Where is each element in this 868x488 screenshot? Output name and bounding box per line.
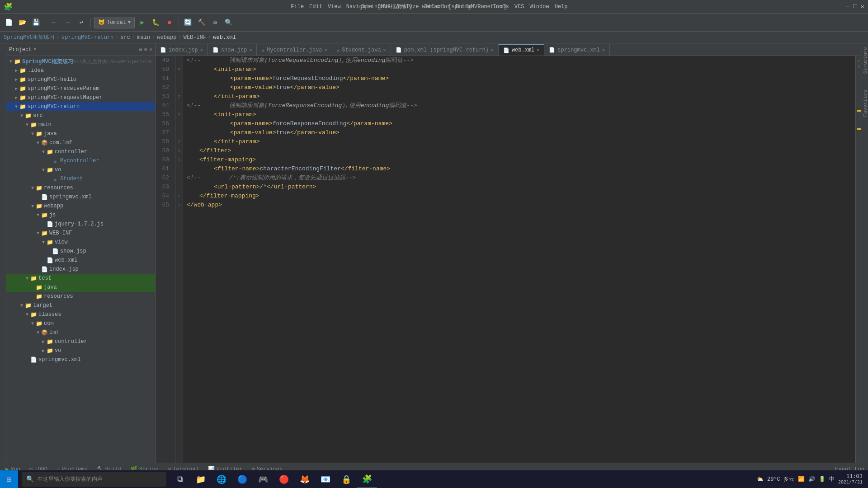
tree-student[interactable]: ▶ ☕ Student bbox=[6, 174, 155, 183]
settings-button[interactable]: ⚙ bbox=[209, 17, 221, 28]
fold-65[interactable]: ▽ bbox=[176, 201, 183, 210]
tree-idea[interactable]: ▶ 📁 .idea bbox=[6, 66, 155, 75]
tree-controller[interactable]: ▼ 📁 controller bbox=[6, 147, 155, 156]
code-editor[interactable]: <!-- 强制请求对象(forceRequestEncoding),使用enco… bbox=[183, 56, 855, 463]
tree-classes[interactable]: ▼ 📁 classes bbox=[6, 310, 155, 319]
taskbar-intellij[interactable]: 🧩 bbox=[357, 470, 377, 488]
forward-button[interactable]: → bbox=[62, 17, 74, 28]
tree-resources[interactable]: ▼ 📁 resources bbox=[6, 183, 155, 192]
close-panel-icon[interactable]: ✕ bbox=[149, 46, 152, 53]
breadcrumb-webinf[interactable]: WEB-INF bbox=[184, 34, 206, 41]
taskbar-app1[interactable]: 🎮 bbox=[253, 470, 273, 488]
fold-60[interactable]: ▽ bbox=[176, 155, 183, 164]
breadcrumb-src[interactable]: src bbox=[120, 34, 130, 41]
favorites-label[interactable]: Favorites bbox=[863, 86, 868, 120]
tab-pomxml-close[interactable]: ✕ bbox=[491, 47, 494, 53]
tree-webinf[interactable]: ▼ 📁 WEB-INF bbox=[6, 229, 155, 238]
tab-pomxml[interactable]: 📄 pom.xml (springMVC-return) ✕ bbox=[391, 44, 499, 56]
tree-test-java[interactable]: ▶ 📁 java bbox=[6, 283, 155, 292]
menu-vcs[interactable]: VCS bbox=[514, 4, 524, 10]
tab-webxml-close[interactable]: ✕ bbox=[537, 47, 539, 53]
tree-root[interactable]: ▼ 📁 SpringMVC框架练习 D:\私人文件夹\JavaProjects\… bbox=[6, 57, 155, 66]
fold-50[interactable]: ▽ bbox=[176, 65, 183, 74]
close-button[interactable]: ✕ bbox=[861, 3, 864, 10]
tree-vo[interactable]: ▼ 📁 vo bbox=[6, 165, 155, 174]
volume-icon[interactable]: 🔊 bbox=[808, 476, 815, 483]
undo-button[interactable]: ↩ bbox=[75, 17, 87, 28]
tree-springmvc-return[interactable]: ▼ 📁 springMVC-return bbox=[6, 102, 155, 111]
taskbar-app2[interactable]: 🔴 bbox=[274, 470, 294, 488]
tree-view[interactable]: ▼ 📁 view bbox=[6, 238, 155, 247]
tree-springmvcxml[interactable]: ▶ 📄 springmvc.xml bbox=[6, 192, 155, 202]
tomcat-run-config[interactable]: 🐱 Tomcat ▼ bbox=[94, 17, 135, 28]
tree-target[interactable]: ▼ 📁 target bbox=[6, 301, 155, 310]
fold-59[interactable]: ▽ bbox=[176, 146, 183, 155]
tree-lmf[interactable]: ▼ 📦 lmf bbox=[6, 328, 155, 337]
tree-src[interactable]: ▼ 📁 src bbox=[6, 111, 155, 120]
tab-student[interactable]: ☕ Student.java ✕ bbox=[332, 44, 391, 56]
tree-java[interactable]: ▼ 📁 java bbox=[6, 129, 155, 138]
maximize-button[interactable]: □ bbox=[853, 3, 857, 10]
tab-student-close[interactable]: ✕ bbox=[383, 47, 386, 53]
breadcrumb-module[interactable]: springMVC-return bbox=[61, 34, 113, 41]
menu-window[interactable]: Window bbox=[529, 4, 549, 10]
tree-test-resources[interactable]: ▶ 📁 resources bbox=[6, 292, 155, 301]
tab-showjsp[interactable]: 📄 show.jsp ✕ bbox=[208, 44, 257, 56]
run-button[interactable]: ▶ bbox=[137, 17, 148, 28]
fold-64[interactable]: ▽ bbox=[176, 192, 183, 201]
network-icon[interactable]: 📶 bbox=[798, 476, 805, 483]
structure-label[interactable]: Structure bbox=[863, 43, 868, 77]
open-button[interactable]: 📂 bbox=[16, 17, 28, 28]
tree-classes-vo[interactable]: ▶ 📁 vo bbox=[6, 346, 155, 355]
sync-button[interactable]: 🔄 bbox=[182, 17, 194, 28]
menu-help[interactable]: Help bbox=[555, 4, 568, 10]
ime-icon[interactable]: 中 bbox=[829, 475, 835, 483]
breadcrumb-main[interactable]: main bbox=[137, 34, 150, 41]
taskbar-task-view[interactable]: ⧉ bbox=[170, 470, 190, 488]
minimize-button[interactable]: ─ bbox=[846, 3, 849, 10]
tab-indexjsp-close[interactable]: ✕ bbox=[200, 47, 203, 53]
debug-button[interactable]: 🐛 bbox=[150, 17, 162, 28]
tree-js[interactable]: ▼ 📁 js bbox=[6, 211, 155, 220]
tab-showjsp-close[interactable]: ✕ bbox=[249, 47, 252, 53]
tree-springmvc-requestmapper[interactable]: ▶ 📁 springMVC-requestMapper bbox=[6, 93, 155, 102]
tab-indexjsp[interactable]: 📄 index.jsp ✕ bbox=[156, 44, 208, 56]
tree-classes-controller[interactable]: ▶ 📁 controller bbox=[6, 337, 155, 346]
breadcrumb-webxml[interactable]: web.xml bbox=[213, 34, 236, 41]
tree-jquery[interactable]: ▶ 📄 jquery-1.7.2.js bbox=[6, 220, 155, 229]
tree-main[interactable]: ▼ 📁 main bbox=[6, 120, 155, 129]
breadcrumb-project[interactable]: SpringMVC框架练习 bbox=[4, 33, 55, 41]
dropdown-icon[interactable]: ▼ bbox=[33, 47, 36, 52]
tree-indexjsp[interactable]: ▶ 📄 index.jsp bbox=[6, 265, 155, 274]
fold-53[interactable]: ▽ bbox=[176, 92, 183, 101]
taskbar-app3[interactable]: 🦊 bbox=[295, 470, 315, 488]
menu-edit[interactable]: Edit bbox=[309, 4, 322, 10]
tree-showjsp[interactable]: ▶ 📄 show.jsp bbox=[6, 247, 155, 256]
tree-springmvc-hello[interactable]: ▶ 📁 springMVC-hello bbox=[6, 75, 155, 84]
tree-webapp[interactable]: ▼ 📁 webapp bbox=[6, 202, 155, 211]
tab-springmvcxml[interactable]: 📄 springmvc.xml ✕ bbox=[544, 44, 610, 56]
tree-target-springmvcxml[interactable]: ▶ 📄 springmvc.xml bbox=[6, 355, 155, 364]
save-button[interactable]: 💾 bbox=[30, 17, 42, 28]
breadcrumb-webapp[interactable]: webapp bbox=[157, 34, 176, 41]
settings-icon[interactable]: ⚙ bbox=[144, 46, 147, 53]
taskbar-explorer[interactable]: 📁 bbox=[191, 470, 211, 488]
collapse-all-icon[interactable]: ⊟ bbox=[139, 46, 142, 53]
taskbar-chrome[interactable]: 🔵 bbox=[232, 470, 252, 488]
tab-webxml[interactable]: 📄 web.xml ✕ bbox=[499, 44, 544, 56]
stop-button[interactable]: ■ bbox=[164, 17, 175, 28]
new-file-button[interactable]: 📄 bbox=[3, 17, 14, 28]
tree-com[interactable]: ▼ 📁 com bbox=[6, 319, 155, 328]
fold-58[interactable]: ▽ bbox=[176, 137, 183, 146]
tab-mycontroller[interactable]: ☕ Mycontroller.java ✕ bbox=[257, 44, 332, 56]
tree-springmvc-receiveparam[interactable]: ▶ 📁 springMVC-receiveParam bbox=[6, 84, 155, 93]
build-button[interactable]: 🔨 bbox=[196, 17, 208, 28]
taskbar-app5[interactable]: 🔒 bbox=[336, 470, 356, 488]
menu-view[interactable]: View bbox=[328, 4, 341, 10]
menu-file[interactable]: File bbox=[291, 4, 304, 10]
fold-55[interactable]: ▽ bbox=[176, 110, 183, 119]
search-everywhere-button[interactable]: 🔍 bbox=[223, 17, 235, 28]
tree-test[interactable]: ▼ 📁 test bbox=[6, 274, 155, 283]
battery-icon[interactable]: 🔋 bbox=[819, 476, 826, 483]
tab-mycontroller-close[interactable]: ✕ bbox=[325, 47, 327, 53]
